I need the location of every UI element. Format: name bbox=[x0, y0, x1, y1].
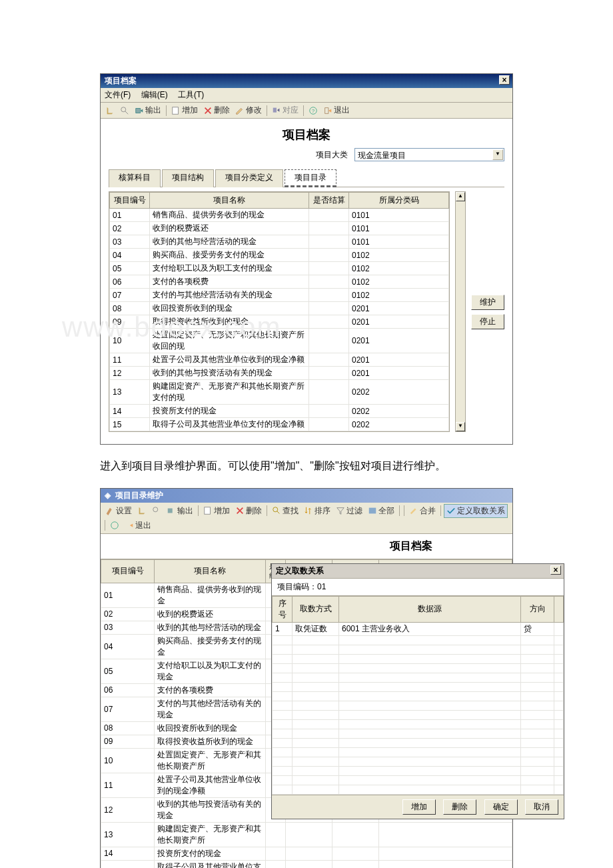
dialog-delete-button[interactable]: 删除 bbox=[443, 799, 476, 815]
delete-button-2[interactable]: 删除 bbox=[233, 505, 264, 517]
svg-rect-1 bbox=[173, 107, 179, 114]
pcol-source[interactable]: 数据源 bbox=[339, 596, 521, 622]
tab-project-list[interactable]: 项目目录 bbox=[285, 169, 336, 187]
col2-name[interactable]: 项目名称 bbox=[155, 559, 266, 583]
pcol-dir[interactable]: 方向 bbox=[521, 596, 554, 622]
scroll-up-icon[interactable]: ▲ bbox=[456, 192, 465, 201]
table-row[interactable] bbox=[273, 673, 564, 682]
nav-prev-icon[interactable] bbox=[103, 105, 117, 116]
table-row[interactable] bbox=[273, 719, 564, 729]
tab-category-def[interactable]: 项目分类定义 bbox=[215, 169, 283, 187]
table-row[interactable] bbox=[273, 645, 564, 654]
table-row[interactable] bbox=[273, 747, 564, 757]
pcol-seq[interactable]: 序号 bbox=[273, 596, 293, 622]
pcol-scroll bbox=[554, 596, 564, 622]
table-row[interactable] bbox=[273, 691, 564, 701]
titlebar-2: ◈ 项目目录维护 bbox=[101, 489, 512, 503]
table-row[interactable] bbox=[273, 701, 564, 710]
table-row[interactable] bbox=[273, 766, 564, 775]
col-code[interactable]: 项目编号 bbox=[110, 193, 150, 209]
maintain-button[interactable]: 维护 bbox=[471, 295, 504, 310]
find-button[interactable]: 查找 bbox=[270, 505, 301, 517]
table-row[interactable] bbox=[273, 654, 564, 663]
category-combo[interactable]: 现金流量项目 ▼ bbox=[354, 148, 504, 161]
dialog-ok-button[interactable]: 确定 bbox=[484, 799, 518, 815]
modify-button[interactable]: 修改 bbox=[233, 104, 264, 117]
separator bbox=[303, 105, 304, 116]
table-row[interactable] bbox=[273, 738, 564, 747]
col-settle[interactable]: 是否结算 bbox=[309, 193, 349, 209]
menu-tool[interactable]: 工具(T) bbox=[178, 90, 204, 99]
table-row[interactable]: 15取得子公司及其他营业单位支付的现金净额0202 bbox=[110, 418, 449, 431]
table-row[interactable]: 09取得投资收益所收到的现金0201 bbox=[110, 315, 449, 329]
help-icon[interactable]: ? bbox=[306, 105, 320, 116]
separator bbox=[166, 105, 167, 116]
delete-button[interactable]: 删除 bbox=[201, 104, 232, 117]
table-row[interactable] bbox=[273, 663, 564, 673]
table-row[interactable] bbox=[273, 775, 564, 785]
table-row[interactable]: 10处置固定资产、无形资产和其他长期资产所收回的现0201 bbox=[110, 329, 449, 353]
table-row[interactable]: 11处置子公司及其他营业单位收到的现金净额0201 bbox=[110, 353, 449, 367]
table-row[interactable]: 08收回投资所收到的现金0201 bbox=[110, 302, 449, 315]
table-row[interactable]: 1取凭证数6001 主营业务收入贷 bbox=[273, 622, 564, 635]
define-relation-button[interactable]: 定义取数关系 bbox=[444, 504, 508, 518]
svg-rect-6 bbox=[168, 509, 173, 513]
menu-edit[interactable]: 编辑(E) bbox=[141, 90, 168, 99]
col2-code[interactable]: 项目编号 bbox=[101, 559, 155, 583]
all-button[interactable]: 全部 bbox=[366, 505, 396, 517]
nav-icon[interactable] bbox=[135, 505, 149, 516]
settings-button[interactable]: 设置 bbox=[103, 505, 134, 517]
filter-button[interactable]: 过滤 bbox=[334, 505, 364, 517]
merge-button[interactable]: 合并 bbox=[407, 505, 438, 517]
scroll-down-icon[interactable]: ▼ bbox=[456, 422, 465, 431]
help-icon-2[interactable] bbox=[108, 520, 121, 531]
table-row[interactable]: 15取得子公司及其他营业单位支付的现金净额 bbox=[101, 860, 512, 868]
tab-structure[interactable]: 项目结构 bbox=[162, 169, 214, 187]
dialog-add-button[interactable]: 增加 bbox=[402, 799, 436, 815]
sort-button[interactable]: 排序 bbox=[302, 505, 332, 517]
table-row[interactable]: 12收到的其他与投资活动有关的现金0201 bbox=[110, 367, 449, 380]
table-row[interactable] bbox=[273, 785, 564, 794]
chevron-down-icon[interactable]: ▼ bbox=[492, 149, 503, 160]
dialog-close-icon[interactable]: × bbox=[550, 565, 561, 575]
menu-file[interactable]: 文件(F) bbox=[105, 90, 131, 99]
table-row[interactable]: 04购买商品、接受劳务支付的现金0102 bbox=[110, 249, 449, 262]
table-row[interactable]: 13购建固定资产、无形资产和其他长期资产所 bbox=[101, 822, 512, 847]
tab-account[interactable]: 核算科目 bbox=[109, 169, 161, 187]
table-row[interactable]: 02收到的税费返还0101 bbox=[110, 222, 449, 235]
exit-button[interactable]: 退出 bbox=[321, 104, 352, 117]
titlebar: 项目档案 × bbox=[101, 74, 512, 88]
dialog-cancel-button[interactable]: 取消 bbox=[525, 799, 558, 815]
svg-point-10 bbox=[111, 522, 119, 529]
zoom-icon-2[interactable] bbox=[150, 505, 163, 516]
add-button[interactable]: 增加 bbox=[169, 104, 200, 117]
pcol-method[interactable]: 取数方式 bbox=[293, 596, 339, 622]
export-button-2[interactable]: 输出 bbox=[165, 505, 195, 517]
table-row[interactable]: 01销售商品、提供劳务收到的现金0101 bbox=[110, 209, 449, 222]
table-row[interactable]: 13购建固定资产、无形资产和其他长期资产所支付的现0202 bbox=[110, 380, 449, 405]
table-row[interactable]: 07支付的与其他经营活动有关的现金0102 bbox=[110, 289, 449, 302]
content-area: 项目档案 项目大类 现金流量项目 ▼ 核算科目 项目结构 项目分类定义 项目目录… bbox=[101, 119, 512, 444]
close-icon[interactable]: × bbox=[499, 75, 510, 85]
stop-button[interactable]: 停止 bbox=[471, 314, 504, 329]
table-row[interactable]: 14投资所支付的现金0202 bbox=[110, 405, 449, 418]
table-row[interactable] bbox=[273, 757, 564, 766]
table-row[interactable]: 03收到的其他与经营活动的现金0101 bbox=[110, 235, 449, 249]
map-button[interactable]: 对应 bbox=[270, 104, 301, 117]
table-row[interactable] bbox=[273, 710, 564, 719]
exit-button-2[interactable]: 退出 bbox=[123, 519, 153, 532]
scrollbar[interactable]: ▲ ▼ bbox=[455, 191, 466, 432]
grid-wrap: www.bdocx.com 项目编号 项目名称 是否结算 所属分类码 01销售商… bbox=[109, 191, 504, 432]
add-button-2[interactable]: 增加 bbox=[201, 505, 232, 517]
table-row[interactable]: 14投资所支付的现金 bbox=[101, 847, 512, 860]
table-row[interactable]: 06支付的各项税费0102 bbox=[110, 275, 449, 289]
col-cat[interactable]: 所属分类码 bbox=[349, 193, 449, 209]
export-button[interactable]: 输出 bbox=[133, 104, 163, 117]
table-row[interactable] bbox=[273, 729, 564, 738]
col-name[interactable]: 项目名称 bbox=[150, 193, 309, 209]
table-row[interactable]: 05支付给职工以及为职工支付的现金0102 bbox=[110, 262, 449, 275]
table-row[interactable] bbox=[273, 635, 564, 645]
svg-rect-9 bbox=[369, 508, 376, 514]
table-row[interactable] bbox=[273, 682, 564, 691]
zoom-icon[interactable] bbox=[118, 105, 131, 116]
